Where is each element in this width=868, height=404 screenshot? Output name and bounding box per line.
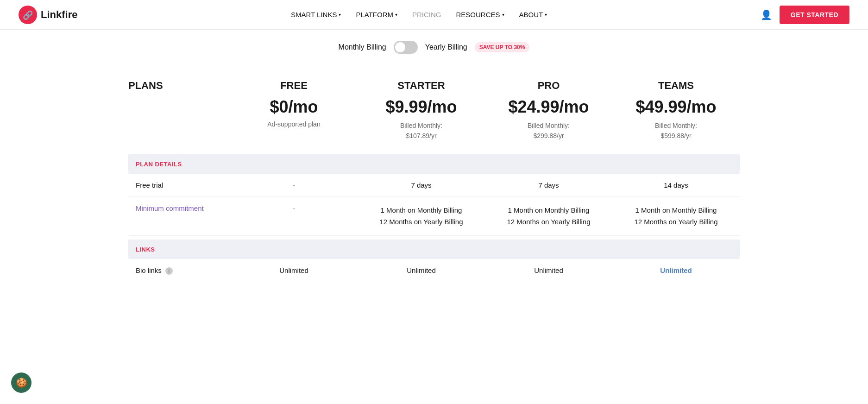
free-trial-free: - xyxy=(230,174,358,197)
nav-resources[interactable]: RESOURCES ▾ xyxy=(456,11,504,19)
chevron-down-icon: ▾ xyxy=(545,12,547,17)
bio-links-starter: Unlimited xyxy=(358,259,485,282)
user-icon[interactable]: 👤 xyxy=(761,9,772,20)
plan-name-pro: PRO xyxy=(492,80,605,92)
bio-links-info-icon[interactable]: i xyxy=(165,267,173,275)
min-commitment-teams: 1 Month on Monthly Billing 12 Months on … xyxy=(612,197,740,236)
pricing-section: PLANS FREE $0/mo Ad-supported plan START… xyxy=(110,61,758,282)
links-label: LINKS xyxy=(136,246,155,253)
plan-name-free: FREE xyxy=(238,80,350,92)
nav-right: 👤 GET STARTED xyxy=(761,6,849,24)
nav-platform[interactable]: PLATFORM ▾ xyxy=(356,11,397,19)
pricing-grid: PLANS FREE $0/mo Ad-supported plan START… xyxy=(128,70,740,282)
monthly-billing-label: Monthly Billing xyxy=(339,43,386,51)
plan-col-teams: TEAMS $49.99/mo Billed Monthly: $599.88/… xyxy=(612,70,740,151)
bio-links-teams: Unlimited xyxy=(612,259,740,282)
main-nav: 🔗 Linkfire SMART LINKS ▾ PLATFORM ▾ PRIC… xyxy=(0,0,868,30)
yearly-billing-label: Yearly Billing xyxy=(425,43,467,51)
chevron-down-icon: ▾ xyxy=(502,12,504,17)
min-commitment-pro: 1 Month on Monthly Billing 12 Months on … xyxy=(485,197,612,236)
plan-price-pro: $24.99/mo xyxy=(492,97,605,117)
free-trial-starter: 7 days xyxy=(358,174,485,197)
min-commitment-label-cell: Minimum commitment xyxy=(128,197,230,236)
save-badge: SAVE UP TO 30% xyxy=(475,42,530,52)
plan-col-free: FREE $0/mo Ad-supported plan xyxy=(230,70,358,151)
nav-links: SMART LINKS ▾ PLATFORM ▾ PRICING RESOURC… xyxy=(291,11,547,19)
chevron-down-icon: ▾ xyxy=(339,12,341,17)
svg-text:🔗: 🔗 xyxy=(23,10,33,20)
plan-name-teams: TEAMS xyxy=(620,80,732,92)
free-trial-pro: 7 days xyxy=(485,174,612,197)
min-commitment-starter: 1 Month on Monthly Billing 12 Months on … xyxy=(358,197,485,236)
toggle-slider xyxy=(394,41,418,54)
plan-billed-pro: Billed Monthly: $299.88/yr xyxy=(492,120,605,141)
plans-heading: PLANS xyxy=(128,80,163,91)
plan-price-free: $0/mo xyxy=(238,97,350,117)
billing-toggle[interactable] xyxy=(394,41,418,54)
plan-billed-starter: Billed Monthly: $107.89/yr xyxy=(365,120,478,141)
plan-billed-teams: Billed Monthly: $599.88/yr xyxy=(620,120,732,141)
plan-desc-free: Ad-supported plan xyxy=(238,120,350,128)
bio-links-pro: Unlimited xyxy=(485,259,612,282)
plans-label-cell: PLANS xyxy=(128,70,230,151)
nav-pricing[interactable]: PRICING xyxy=(412,11,441,19)
plan-price-starter: $9.99/mo xyxy=(365,97,478,117)
links-header: LINKS xyxy=(128,240,740,259)
nav-smart-links[interactable]: SMART LINKS ▾ xyxy=(291,11,341,19)
plan-details-header: PLAN DETAILS xyxy=(128,154,740,174)
plan-price-teams: $49.99/mo xyxy=(620,97,732,117)
bio-links-label-cell: Bio links i xyxy=(128,259,230,282)
nav-about[interactable]: ABOUT ▾ xyxy=(519,11,547,19)
plan-col-pro: PRO $24.99/mo Billed Monthly: $299.88/yr xyxy=(485,70,612,151)
plan-col-starter: STARTER $9.99/mo Billed Monthly: $107.89… xyxy=(358,70,485,151)
billing-toggle-section: Monthly Billing Yearly Billing SAVE UP T… xyxy=(0,30,868,61)
plan-name-starter: STARTER xyxy=(365,80,478,92)
plan-details-label: PLAN DETAILS xyxy=(136,161,182,168)
get-started-button[interactable]: GET STARTED xyxy=(780,6,849,24)
logo-text: Linkfire xyxy=(41,9,77,21)
logo[interactable]: 🔗 Linkfire xyxy=(19,6,77,24)
free-trial-label-cell: Free trial xyxy=(128,174,230,197)
bio-links-free: Unlimited xyxy=(230,259,358,282)
free-trial-teams: 14 days xyxy=(612,174,740,197)
chevron-down-icon: ▾ xyxy=(395,12,397,17)
min-commitment-free: - xyxy=(230,197,358,236)
